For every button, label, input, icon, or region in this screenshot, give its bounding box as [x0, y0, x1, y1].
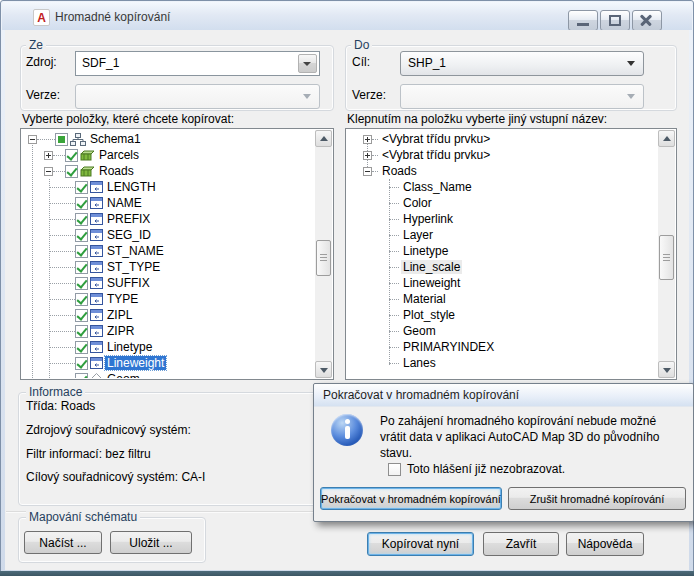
item-checkbox[interactable] — [75, 197, 88, 210]
tree-item-property[interactable]: Lanes — [347, 355, 658, 371]
expander-minus-icon[interactable] — [28, 135, 37, 144]
tree-item-property[interactable]: Hyperlink — [347, 211, 658, 227]
tree-item-select-class[interactable]: <Vybrat třídu prvku> — [347, 147, 658, 163]
tree-item-field[interactable]: SUFFIX — [22, 275, 315, 291]
tree-item-label: ST_TYPE — [107, 260, 160, 274]
tree-item-class[interactable]: Roads — [347, 163, 658, 179]
info-filter-line: Filtr informací: bez filtru — [26, 447, 151, 461]
info-source-cs-line: Zdrojový souřadnicový systém: — [26, 423, 191, 437]
scroll-down-icon[interactable] — [658, 361, 675, 378]
expander-plus-icon[interactable] — [363, 135, 372, 144]
scroll-down-icon[interactable] — [315, 361, 332, 378]
tree-item-property[interactable]: PRIMARYINDEX — [347, 339, 658, 355]
from-version-label: Verze: — [26, 88, 60, 102]
tree-item-feature-class[interactable]: Parcels — [22, 147, 315, 163]
tree-item-label: ZIPL — [107, 308, 132, 322]
close-button[interactable]: Zavřít — [483, 532, 559, 556]
dont-show-again-label: Toto hlášení již nezobrazovat. — [407, 462, 565, 476]
expander-plus-icon[interactable] — [363, 151, 372, 160]
vertical-scrollbar[interactable] — [658, 130, 675, 378]
vertical-scrollbar[interactable] — [315, 130, 332, 378]
field-icon — [90, 309, 103, 321]
tree-item-property-highlighted[interactable]: Line_scale — [347, 259, 658, 275]
tree-item-label: PRIMARYINDEX — [403, 340, 494, 354]
item-checkbox[interactable] — [75, 229, 88, 242]
scrollbar-thumb[interactable] — [316, 240, 331, 276]
field-icon — [90, 277, 103, 289]
item-checkbox[interactable] — [75, 245, 88, 258]
tree-item-field[interactable]: NAME — [22, 195, 315, 211]
info-group-label: Informace — [26, 385, 85, 399]
target-label: Cíl: — [352, 55, 370, 69]
tree-item-field[interactable]: ZIPR — [22, 323, 315, 339]
tree-item-field-selected[interactable]: Lineweight — [22, 355, 315, 371]
tree-item-property[interactable]: Plot_style — [347, 307, 658, 323]
item-checkbox[interactable] — [75, 293, 88, 306]
tree-item-field[interactable]: ZIPL — [22, 307, 315, 323]
item-checkbox[interactable] — [75, 181, 88, 194]
field-icon — [90, 293, 103, 305]
item-checkbox[interactable] — [75, 261, 88, 274]
tree-item-schema[interactable]: Schema1 — [22, 131, 315, 147]
dont-show-again-checkbox[interactable] — [388, 463, 401, 476]
right-tree-caption: Klepnutím na položku vyberte jiný vstupn… — [347, 112, 607, 126]
item-checkbox[interactable] — [65, 149, 78, 162]
tree-item-field[interactable]: PREFIX — [22, 211, 315, 227]
expander-plus-icon[interactable] — [44, 151, 53, 160]
source-label: Zdroj: — [26, 55, 57, 69]
copy-now-button[interactable]: Kopírovat nyní — [367, 532, 474, 556]
tree-item-property[interactable]: Color — [347, 195, 658, 211]
tree-item-field[interactable]: ST_NAME — [22, 243, 315, 259]
item-checkbox[interactable] — [75, 325, 88, 338]
left-tree-caption: Vyberte položky, které chcete kopírovat: — [22, 112, 234, 126]
item-checkbox[interactable] — [75, 309, 88, 322]
source-value: SDF_1 — [82, 56, 119, 70]
scroll-up-icon[interactable] — [658, 130, 675, 147]
item-checkbox[interactable] — [75, 373, 88, 379]
feature-class-icon — [80, 149, 95, 161]
tree-item-field[interactable]: ST_TYPE — [22, 259, 315, 275]
tree-item-label: TYPE — [107, 292, 138, 306]
tree-item-property[interactable]: Layer — [347, 227, 658, 243]
to-group-label: Do — [351, 38, 372, 52]
tree-item-select-class[interactable]: <Vybrat třídu prvku> — [347, 131, 658, 147]
tree-item-property[interactable]: Lineweight — [347, 275, 658, 291]
help-button[interactable]: Nápověda — [566, 532, 644, 556]
continue-bulk-copy-button[interactable]: Pokračovat v hromadném kopírování — [320, 487, 502, 510]
target-items-tree[interactable]: <Vybrat třídu prvku> <Vybrat třídu prvku… — [345, 128, 677, 380]
tree-item-field[interactable]: Linetype — [22, 339, 315, 355]
tree-item-property[interactable]: Linetype — [347, 243, 658, 259]
tree-item-property[interactable]: Material — [347, 291, 658, 307]
chevron-down-icon[interactable] — [298, 54, 317, 73]
tree-item-field[interactable]: LENGTH — [22, 179, 315, 195]
tree-item-geometry[interactable]: Geom — [22, 371, 315, 378]
item-checkbox[interactable] — [75, 357, 88, 370]
tree-item-label: Lanes — [403, 356, 436, 370]
field-icon — [90, 245, 103, 257]
item-checkbox[interactable] — [75, 277, 88, 290]
scrollbar-thumb[interactable] — [659, 235, 674, 280]
tree-item-feature-class[interactable]: Roads — [22, 163, 315, 179]
tree-item-property[interactable]: Class_Name — [347, 179, 658, 195]
load-button[interactable]: Načíst ... — [24, 531, 102, 554]
expander-minus-icon[interactable] — [363, 167, 372, 176]
scroll-up-icon[interactable] — [315, 130, 332, 147]
item-checkbox[interactable] — [65, 165, 78, 178]
tree-item-label: Schema1 — [90, 132, 141, 146]
tree-item-label: <Vybrat třídu prvku> — [382, 148, 490, 162]
tree-item-property[interactable]: Geom — [347, 323, 658, 339]
to-version-combobox — [400, 84, 644, 109]
expander-minus-icon[interactable] — [44, 167, 53, 176]
geometry-icon — [90, 373, 103, 378]
cancel-bulk-copy-button[interactable]: Zrušit hromadné kopírování — [508, 487, 686, 510]
target-combobox[interactable]: SHP_1 — [400, 51, 644, 76]
item-checkbox[interactable] — [75, 213, 88, 226]
item-checkbox[interactable] — [55, 133, 68, 146]
source-combobox[interactable]: SDF_1 — [75, 51, 320, 76]
source-items-tree[interactable]: Schema1 Parcels Roads LENGTH NAME PREFIX… — [20, 128, 334, 380]
item-checkbox[interactable] — [75, 341, 88, 354]
tree-item-field[interactable]: TYPE — [22, 291, 315, 307]
field-icon — [90, 181, 103, 193]
save-button[interactable]: Uložit ... — [110, 531, 192, 554]
tree-item-field[interactable]: SEG_ID — [22, 227, 315, 243]
